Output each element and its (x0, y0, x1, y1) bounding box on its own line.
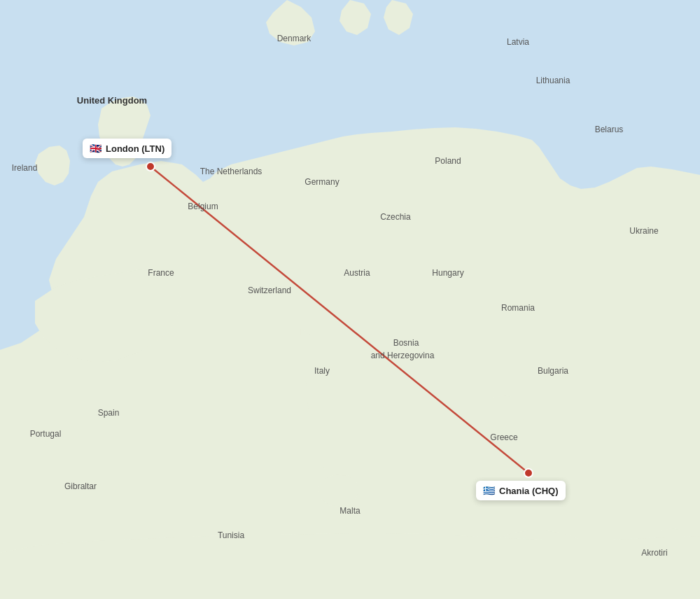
london-flag: 🇬🇧 (90, 143, 102, 154)
london-label-text: London (LTN) (106, 143, 164, 154)
chania-label-text: Chania (CHQ) (499, 486, 559, 496)
svg-point-3 (524, 469, 533, 477)
chania-label: 🇬🇷 Chania (CHQ) (476, 481, 566, 500)
map-container: United KingdomIrelandDenmarkLatviaLithua… (0, 0, 700, 599)
svg-point-2 (146, 162, 155, 171)
chania-flag: 🇬🇷 (483, 485, 495, 496)
london-label: 🇬🇧 London (LTN) (83, 139, 172, 158)
